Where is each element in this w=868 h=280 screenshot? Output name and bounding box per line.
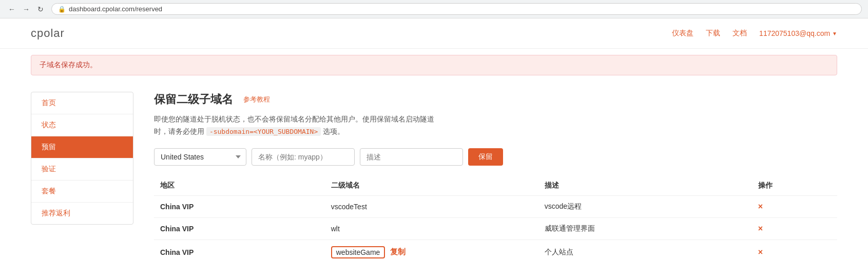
delete-button-2[interactable]: × <box>758 224 763 233</box>
th-desc: 描述 <box>538 176 752 196</box>
th-region: 地区 <box>154 176 325 196</box>
region-select[interactable]: United States China VIP <box>154 148 246 166</box>
cell-desc-3: 个人站点 <box>538 239 752 265</box>
browser-bar: ← → ↻ 🔒 dashboard.cpolar.com/reserved <box>0 0 868 18</box>
top-nav-links: 仪表盘 下载 文档 1172075103@qq.com ▼ <box>672 29 837 38</box>
back-button[interactable]: ← <box>6 4 17 15</box>
table-row: China VIP websiteGame 复制 个人站点 × <box>154 239 837 265</box>
page-header: 保留二级子域名 参考教程 <box>154 92 837 107</box>
th-action: 操作 <box>752 176 837 196</box>
desc-input[interactable] <box>360 148 463 166</box>
sidebar: 首页 状态 预留 验证 套餐 推荐返利 <box>31 92 133 225</box>
page-title: 保留二级子域名 <box>154 92 233 107</box>
cell-action-2: × <box>752 217 837 239</box>
cell-desc-2: 威联通管理界面 <box>538 217 752 239</box>
data-table: 地区 二级域名 描述 操作 China VIP vscodeTest vscod… <box>154 176 837 265</box>
lock-icon: 🔒 <box>58 6 66 13</box>
top-nav: cpolar 仪表盘 下载 文档 1172075103@qq.com ▼ <box>0 18 868 49</box>
forward-button[interactable]: → <box>21 4 32 15</box>
cell-desc-1: vscode远程 <box>538 195 752 217</box>
sidebar-item-home[interactable]: 首页 <box>31 92 133 114</box>
cell-action-3: × <box>752 239 837 265</box>
cell-region-3: China VIP <box>154 239 325 265</box>
cell-region-2: China VIP <box>154 217 325 239</box>
form-row: United States China VIP 保留 <box>154 148 837 166</box>
th-subdomain: 二级域名 <box>325 176 538 196</box>
user-menu[interactable]: 1172075103@qq.com ▼ <box>759 29 837 37</box>
cell-subdomain-1: vscodeTest <box>325 195 538 217</box>
user-email: 1172075103@qq.com <box>759 29 830 37</box>
logo: cpolar <box>31 27 65 40</box>
main-content: 首页 状态 预留 验证 套餐 推荐返利 保留二级子域名 参考教程 即使您的隧道处… <box>0 82 868 275</box>
alert-message: 子域名保存成功。 <box>40 61 97 69</box>
description: 即使您的隧道处于脱机状态，也不会将保留域名分配给其他用户。使用保留域名启动隧道 … <box>154 113 837 138</box>
reload-button[interactable]: ↻ <box>35 4 46 15</box>
subdomain-boxed: websiteGame <box>331 246 385 258</box>
sidebar-item-reserved[interactable]: 预留 <box>31 136 133 158</box>
user-dropdown-arrow: ▼ <box>832 31 837 36</box>
address-bar[interactable]: 🔒 dashboard.cpolar.com/reserved <box>51 3 862 15</box>
url-text: dashboard.cpolar.com/reserved <box>69 5 162 13</box>
alert-banner: 子域名保存成功。 <box>31 55 837 75</box>
delete-button-1[interactable]: × <box>758 202 763 211</box>
save-button[interactable]: 保留 <box>468 148 503 166</box>
nav-dashboard[interactable]: 仪表盘 <box>672 29 693 38</box>
code-tag: -subdomain=<YOUR_SUBDOMAIN> <box>206 127 321 136</box>
delete-button-3[interactable]: × <box>758 248 763 256</box>
subdomain-cell: websiteGame 复制 <box>331 246 532 258</box>
table-row: China VIP wlt 威联通管理界面 × <box>154 217 837 239</box>
cell-action-1: × <box>752 195 837 217</box>
sidebar-item-auth[interactable]: 验证 <box>31 158 133 181</box>
cell-subdomain-2: wlt <box>325 217 538 239</box>
sidebar-item-status[interactable]: 状态 <box>31 114 133 136</box>
browser-nav: ← → ↻ <box>6 4 46 15</box>
table-row: China VIP vscodeTest vscode远程 × <box>154 195 837 217</box>
table-header-row: 地区 二级域名 描述 操作 <box>154 176 837 196</box>
desc-line2: 时，请务必使用 <box>154 127 204 135</box>
cell-subdomain-3: websiteGame 复制 <box>325 239 538 265</box>
ref-link[interactable]: 参考教程 <box>243 95 270 104</box>
sidebar-item-referral[interactable]: 推荐返利 <box>31 203 133 224</box>
cell-region-1: China VIP <box>154 195 325 217</box>
name-input[interactable] <box>252 148 355 166</box>
nav-download[interactable]: 下载 <box>706 29 720 38</box>
sidebar-item-plan[interactable]: 套餐 <box>31 181 133 203</box>
content-area: 保留二级子域名 参考教程 即使您的隧道处于脱机状态，也不会将保留域名分配给其他用… <box>133 92 837 265</box>
nav-docs[interactable]: 文档 <box>732 29 747 38</box>
desc-line1: 即使您的隧道处于脱机状态，也不会将保留域名分配给其他用户。使用保留域名启动隧道 <box>154 115 434 123</box>
desc-line3: 选项。 <box>323 127 344 135</box>
copy-button[interactable]: 复制 <box>390 247 406 257</box>
